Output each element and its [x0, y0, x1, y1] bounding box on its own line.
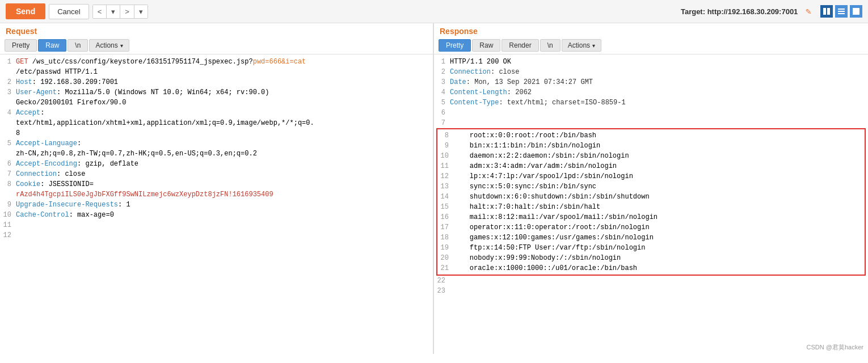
line-number: 9 [0, 200, 16, 210]
tab-response-pretty[interactable]: Pretty [439, 39, 471, 52]
line-content: shutdown:x:6:0:shutdown:/sbin:/sbin/shut… [453, 192, 865, 202]
line-number: 13 [437, 182, 453, 192]
table-row: 3Date: Mon, 13 Sep 2021 07:34:27 GMT [434, 77, 868, 87]
line-content: Accept-Language: zh-CN,zh;q=0.8,zh-TW;q=… [16, 138, 433, 159]
tab-request-newline[interactable]: \n [68, 39, 88, 52]
table-row: 12 [0, 230, 433, 240]
line-number: 6 [0, 159, 16, 169]
line-number: 6 [434, 108, 450, 118]
table-row: 3User-Agent: Mozilla/5.0 (Windows NT 10.… [0, 87, 433, 108]
tab-response-raw[interactable]: Raw [472, 39, 500, 52]
tab-response-render[interactable]: Render [502, 39, 538, 52]
response-code-area[interactable]: 1HTTP/1.1 200 OK2Connection: close3Date:… [434, 54, 868, 354]
table-row: 20 nobody:x:99:99:Nobody:/:/sbin/nologin [437, 253, 865, 263]
line-number: 5 [434, 98, 450, 108]
svg-rect-3 [838, 11, 845, 12]
tab-response-newline[interactable]: \n [540, 39, 561, 52]
line-number: 7 [0, 169, 16, 179]
table-row: 7Connection: close [0, 169, 433, 179]
nav-fwd-button[interactable]: > [120, 5, 134, 18]
request-panel: Request Pretty Raw \n Actions 1GET /ws_u… [0, 23, 434, 354]
line-number: 20 [437, 253, 453, 263]
line-content: ftp:x:14:50:FTP User:/var/ftp:/sbin/nolo… [453, 243, 865, 253]
line-content: Content-Type: text/html; charset=ISO-885… [450, 98, 868, 108]
cancel-button[interactable]: Cancel [49, 4, 89, 19]
svg-rect-5 [853, 8, 859, 15]
table-row: 12 lp:x:4:7:lp:/var/spool/lpd:/sbin/nolo… [437, 171, 865, 182]
table-row: 1HTTP/1.1 200 OK [434, 57, 868, 67]
nav-down-button[interactable]: ▾ [107, 5, 120, 18]
grid-view-button[interactable] [850, 5, 862, 18]
line-content [450, 286, 868, 296]
line-number: 1 [434, 57, 450, 67]
line-number: 11 [0, 220, 16, 230]
line-content: lp:x:4:7:lp:/var/spool/lpd:/sbin/nologin [453, 171, 865, 182]
line-content: HTTP/1.1 200 OK [450, 57, 868, 67]
line-number: 4 [434, 87, 450, 98]
request-panel-title: Request [0, 23, 433, 37]
nav-back-button[interactable]: < [93, 5, 107, 18]
line-content: Upgrade-Insecure-Requests: 1 [16, 200, 433, 210]
line-content: Content-Length: 2062 [450, 87, 868, 98]
line-number: 11 [437, 161, 453, 171]
line-content: Accept: text/html,application/xhtml+xml,… [16, 108, 433, 138]
table-row: 7 [434, 118, 868, 128]
line-content: adm:x:3:4:adm:/var/adm:/sbin/nologin [453, 161, 865, 171]
table-row: 10Cache-Control: max-age=0 [0, 210, 433, 220]
line-content: operator:x:11:0:operator:/root:/sbin/nol… [453, 222, 865, 233]
line-number: 2 [434, 67, 450, 77]
table-row: 15 halt:x:7:0:halt:/sbin:/sbin/halt [437, 202, 865, 212]
line-content: root:x:0:0:root:/root:/bin/bash [453, 130, 865, 141]
table-row: 9Upgrade-Insecure-Requests: 1 [0, 200, 433, 210]
line-number: 14 [437, 192, 453, 202]
table-row: 16 mail:x:8:12:mail:/var/spool/mail:/sbi… [437, 212, 865, 222]
request-code-area[interactable]: 1GET /ws_utc/css/config/keystore/1631517… [0, 54, 433, 354]
svg-rect-1 [827, 8, 830, 15]
response-panel-title: Response [434, 23, 868, 37]
line-content: sync:x:5:0:sync:/sbin:/bin/sync [453, 182, 865, 192]
tab-response-actions[interactable]: Actions [562, 39, 601, 52]
table-row: 1GET /ws_utc/css/config/keystore/1631517… [0, 57, 433, 77]
line-number: 5 [0, 138, 16, 159]
main-split: Request Pretty Raw \n Actions 1GET /ws_u… [0, 23, 868, 354]
line-number: 18 [437, 233, 453, 243]
table-row: 8 root:x:0:0:root:/root:/bin/bash [437, 130, 865, 141]
split-view-button[interactable] [820, 5, 833, 18]
nav-fwd-down-button[interactable]: ▾ [134, 5, 148, 18]
line-content: daemon:x:2:2:daemon:/sbin:/sbin/nologin [453, 151, 865, 161]
view-icons [820, 5, 862, 18]
table-row: 2Connection: close [434, 67, 868, 77]
tab-request-pretty[interactable]: Pretty [5, 39, 37, 52]
line-number: 19 [437, 243, 453, 253]
tab-request-raw[interactable]: Raw [38, 39, 66, 52]
table-row: 6 [434, 108, 868, 118]
table-row: 5Accept-Language: zh-CN,zh;q=0.8,zh-TW;q… [0, 138, 433, 159]
edit-target-icon[interactable]: ✎ [806, 6, 811, 17]
tab-request-actions[interactable]: Actions [89, 39, 129, 52]
table-row: 8Cookie: JSESSIONID= rAzd4h4TgcpiILS0eJg… [0, 179, 433, 200]
list-view-button[interactable] [835, 5, 848, 18]
line-number: 12 [0, 230, 16, 240]
svg-rect-0 [823, 8, 826, 15]
line-number: 4 [0, 108, 16, 138]
table-row: 5Content-Type: text/html; charset=ISO-88… [434, 98, 868, 108]
table-row: 18 games:x:12:100:games:/usr/games:/sbin… [437, 233, 865, 243]
table-row: 23 [434, 286, 868, 296]
line-number: 22 [434, 276, 450, 286]
table-row: 9 bin:x:1:1:bin:/bin:/sbin/nologin [437, 141, 865, 151]
line-number: 3 [0, 87, 16, 108]
line-content: oracle:x:1000:1000::/u01/oracle:/bin/bas… [453, 263, 865, 273]
table-row: 11 [0, 220, 433, 230]
send-button[interactable]: Send [6, 3, 45, 19]
line-number: 3 [434, 77, 450, 87]
line-number: 17 [437, 222, 453, 233]
table-row: 11 adm:x:3:4:adm:/var/adm:/sbin/nologin [437, 161, 865, 171]
table-row: 22 [434, 276, 868, 286]
line-number: 8 [0, 179, 16, 200]
line-content: Connection: close [450, 67, 868, 77]
svg-rect-2 [838, 9, 845, 10]
line-content [450, 108, 868, 118]
nav-button-group: < ▾ > ▾ [92, 5, 148, 19]
line-content: nobody:x:99:99:Nobody:/:/sbin/nologin [453, 253, 865, 263]
line-content: Cache-Control: max-age=0 [16, 210, 433, 220]
